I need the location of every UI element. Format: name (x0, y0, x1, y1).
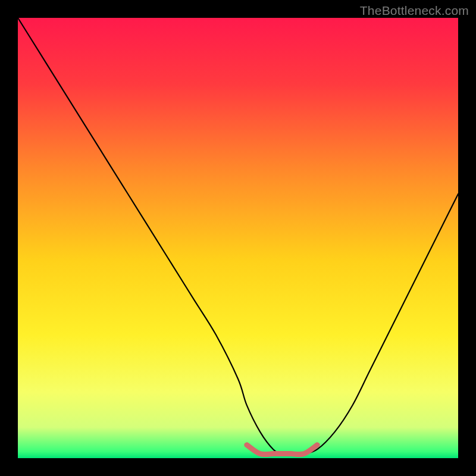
chart-frame: TheBottleneck.com (0, 0, 476, 476)
plot-area (18, 18, 458, 458)
optimal-band-marker (247, 445, 317, 455)
watermark-text: TheBottleneck.com (360, 4, 469, 18)
bottleneck-curve (18, 18, 458, 454)
curve-layer (18, 18, 458, 458)
